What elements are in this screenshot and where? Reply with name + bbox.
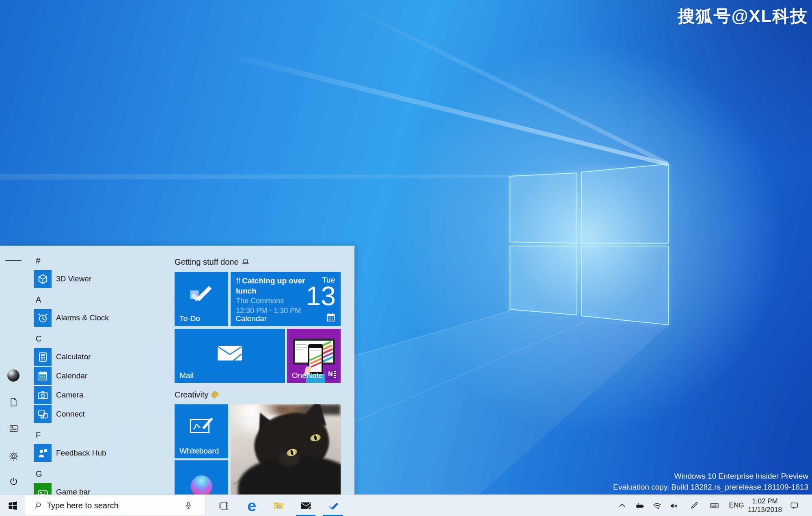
tile-group-creativity[interactable]: Creativity: [175, 390, 219, 399]
whiteboard-icon: [189, 416, 214, 436]
group-title: Getting stuff done: [175, 257, 239, 267]
microphone-icon[interactable]: [184, 501, 192, 510]
sohu-watermark: 搜狐号@XL科技: [678, 5, 808, 28]
volume-status[interactable]: [667, 495, 680, 516]
build-line-1: Windows 10 Enterprise Insider Preview: [613, 471, 808, 481]
windows-start-icon: [7, 500, 18, 511]
desktop: 搜狐号@XL科技 Windows 10 Enterprise Insider P…: [0, 0, 812, 516]
tile-group-getting-stuff-done[interactable]: Getting stuff done: [175, 257, 249, 267]
laptop-emoji: [242, 258, 249, 266]
touch-keyboard-icon: [710, 501, 719, 510]
mail-icon: [300, 500, 311, 511]
event-location: The Commons: [236, 296, 308, 306]
todo-check-icon: [186, 281, 217, 308]
tile-cortana[interactable]: [175, 460, 228, 494]
tile-mail[interactable]: Mail: [175, 329, 285, 383]
file-explorer-button[interactable]: [269, 495, 288, 516]
search-placeholder: Type here to search: [47, 501, 184, 510]
tile-whiteboard[interactable]: Whiteboard: [175, 404, 228, 458]
start-button[interactable]: [3, 495, 22, 516]
task-view-icon: [219, 500, 230, 511]
tile-label: Mail: [179, 371, 194, 380]
pen-settings[interactable]: [687, 495, 701, 516]
file-explorer-icon: [273, 500, 284, 511]
meal-icon: [236, 277, 241, 284]
edge-icon: e: [247, 498, 256, 514]
palette-emoji: [211, 391, 219, 399]
tile-photo-cat[interactable]: [231, 404, 341, 494]
tile-label: Whiteboard: [179, 447, 219, 456]
battery-icon: [635, 501, 645, 510]
tray-date: 11/13/2018: [748, 505, 782, 514]
edge-button[interactable]: e: [242, 495, 261, 516]
language-indicator[interactable]: ENG: [728, 495, 745, 516]
tile-area: Getting stuff done To-Do: [0, 246, 354, 494]
tile-label: OneNote: [292, 371, 323, 380]
tile-label: To-Do: [179, 314, 200, 323]
action-center-icon: [790, 501, 799, 510]
search-input[interactable]: Type here to search: [25, 495, 205, 516]
calendar-day: 13: [306, 283, 336, 309]
battery-status[interactable]: [633, 495, 647, 516]
start-menu: #3D ViewerAAlarms & ClockCCalculatorCale…: [0, 246, 354, 494]
volume-muted-icon: [669, 501, 678, 510]
calendar-glyph-icon: [326, 312, 336, 323]
onenote-logo-icon: N: [326, 369, 337, 380]
clock[interactable]: 1:02 PM 11/13/2018: [746, 495, 784, 516]
pen-icon: [689, 501, 699, 510]
tray-overflow-button[interactable]: [615, 495, 629, 516]
touch-keyboard[interactable]: [707, 495, 721, 516]
tile-onenote[interactable]: N OneNote: [287, 329, 341, 383]
task-view-button[interactable]: [214, 495, 234, 516]
calendar-event: Catching up over lunch The Commons 12:30…: [236, 276, 308, 315]
chevron-up-icon: [618, 501, 627, 510]
mail-envelope-icon: [217, 343, 243, 363]
event-title: Catching up over lunch: [236, 276, 305, 295]
todo-icon: [328, 500, 339, 511]
search-icon: [34, 501, 42, 510]
wifi-icon: [652, 501, 662, 510]
taskbar: Type here to search e: [0, 494, 812, 516]
cortana-icon: [191, 475, 212, 494]
tile-calendar[interactable]: Catching up over lunch The Commons 12:30…: [231, 272, 341, 326]
group-title: Creativity: [175, 390, 208, 399]
insider-build-watermark: Windows 10 Enterprise Insider Preview Ev…: [613, 471, 808, 492]
tile-label: Calendar: [235, 314, 267, 323]
todo-button[interactable]: [323, 495, 343, 516]
windows-logo: [510, 164, 668, 325]
build-line-2: Evaluation copy. Build 18282.rs_prerelea…: [613, 481, 808, 492]
tray-time: 1:02 PM: [752, 497, 777, 505]
tile-todo[interactable]: To-Do: [175, 272, 228, 326]
network-status[interactable]: [650, 495, 664, 516]
action-center-button[interactable]: [787, 495, 801, 516]
mail-button[interactable]: [296, 495, 315, 516]
